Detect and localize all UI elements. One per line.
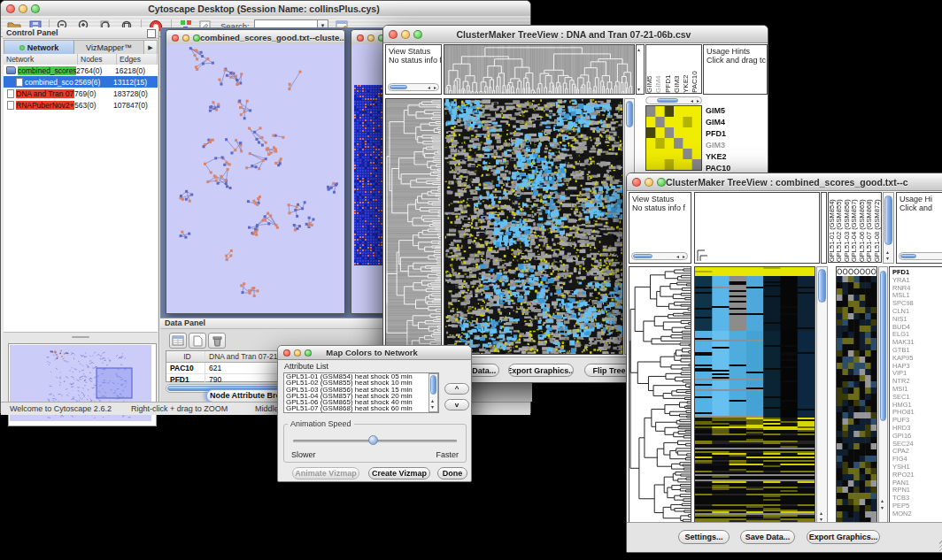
network-list-row[interactable]: RNAPuberNov2+I 563(0) 107847(0) [4, 99, 158, 111]
column-label[interactable]: GIM5 [646, 47, 655, 93]
scroll-down-icon[interactable]: ▾ [881, 505, 884, 510]
gene-label[interactable]: MON2 [892, 510, 942, 518]
column-label[interactable]: GPL51-03 (GSM856) [844, 194, 851, 262]
attribute-item[interactable]: GPL51-07 (GSM868) heat shock 60 min [284, 405, 438, 411]
cytoscape-titlebar[interactable]: Cytoscape Desktop (Session Name: collins… [1, 1, 530, 17]
column-dendrogram[interactable] [444, 45, 634, 94]
column-label[interactable]: PFD1 [665, 47, 674, 93]
scroll-up-icon[interactable]: ▴ [886, 249, 889, 255]
minimize-button[interactable] [294, 349, 301, 357]
zoom-button[interactable] [305, 349, 312, 357]
settings-button[interactable]: Settings... [678, 530, 730, 544]
zoom-button[interactable] [657, 178, 666, 187]
new-doc-icon[interactable] [189, 333, 206, 349]
gene-label[interactable]: PFD1 [706, 128, 768, 140]
heatmap-vscrollbar[interactable]: ▴ ▾ [816, 266, 828, 525]
slider-thumb[interactable] [368, 435, 378, 445]
minimize-button[interactable] [367, 35, 374, 42]
scroll-up-icon[interactable]: ▴ [820, 510, 822, 516]
scroll-up-icon[interactable]: ▴ [431, 398, 434, 403]
gene-label[interactable]: GIM5 [706, 105, 768, 117]
row-dendrogram[interactable] [629, 267, 691, 524]
minimize-button[interactable] [182, 35, 189, 42]
column-label[interactable]: GIM4 [655, 47, 664, 93]
minimize-button[interactable] [19, 4, 27, 13]
close-button[interactable] [632, 178, 641, 187]
scroll-right-icon[interactable]: ▸ [683, 254, 685, 259]
move-up-button[interactable]: ^ [444, 383, 469, 395]
zoom-matrix[interactable] [646, 106, 701, 170]
column-label[interactable]: GPL51-08 (GSM872) [874, 194, 881, 262]
close-button[interactable] [6, 4, 15, 13]
column-label[interactable]: GIM3 [674, 47, 683, 93]
close-button[interactable] [283, 349, 290, 357]
tab-network[interactable]: Network [4, 41, 74, 54]
panel-splitter[interactable] [4, 334, 158, 341]
network-view-canvas[interactable] [166, 44, 344, 313]
tab-overflow-arrow[interactable]: ▶ [143, 41, 157, 54]
scroll-left-icon[interactable]: ◂ [691, 98, 693, 104]
column-dendrogram[interactable] [695, 193, 819, 263]
window-controls [1, 4, 40, 13]
scroll-left-icon[interactable]: ◂ [676, 254, 679, 259]
gene-label[interactable]: YKE2 [706, 151, 768, 163]
scroll-right-icon[interactable]: ▸ [697, 98, 699, 104]
view-status-scrollbar[interactable]: ◂ ▸ [388, 83, 439, 91]
minimize-button[interactable] [645, 178, 653, 187]
close-button[interactable] [357, 35, 364, 42]
treeview2-titlebar[interactable]: ClusterMaker TreeView : combined_scores_… [627, 173, 942, 191]
close-button[interactable] [172, 35, 179, 42]
network-list-row[interactable]: DNA and Tran 07 769(0) 183728(0) [4, 88, 158, 99]
column-label[interactable]: PAC10 [691, 47, 700, 93]
column-label[interactable]: GPL51-06 (GSM865) [859, 194, 866, 262]
scroll-down-icon[interactable]: ▾ [886, 256, 889, 261]
create-vizmap-button[interactable]: Create Vizmap [368, 467, 430, 479]
column-label[interactable]: GPL51-07 (GSM868) [866, 194, 873, 262]
trash-icon[interactable] [208, 333, 226, 349]
network-list-row[interactable]: combined_scores 2764(0) 16218(0) [4, 65, 158, 76]
table-icon[interactable] [169, 333, 187, 349]
heatmap[interactable] [444, 99, 622, 354]
attribute-list-scrollbar[interactable]: ▴ ▾ [429, 373, 438, 412]
scroll-up-icon[interactable]: ▴ [881, 498, 884, 503]
zoom-button[interactable] [193, 35, 200, 42]
zoom-button[interactable] [413, 30, 422, 39]
view-status-scrollbar[interactable]: ◂ ▸ [631, 252, 688, 260]
export-graphics-button[interactable]: Export Graphics... [508, 364, 574, 377]
tab-vizmapper[interactable]: VizMapper™ [74, 41, 143, 54]
save-data-button[interactable]: Save Data... [740, 530, 795, 544]
float-panel-icon[interactable] [147, 29, 156, 38]
heatmap[interactable] [695, 267, 815, 524]
dialog-titlebar[interactable]: Map Colors to Network [278, 346, 471, 360]
row-dendrogram[interactable] [386, 99, 441, 354]
zoom-heatmap[interactable] [837, 267, 876, 524]
scroll-right-icon[interactable]: ▸ [434, 85, 436, 90]
zoom-button[interactable] [31, 4, 40, 13]
animation-speed-slider[interactable] [293, 440, 457, 442]
gene-list-vscrollbar[interactable]: ▴ ▾ [878, 266, 888, 525]
gene-label[interactable]: GIM4 [706, 117, 768, 128]
usage-hints-scrollbar[interactable] [899, 252, 942, 260]
close-button[interactable] [389, 30, 398, 39]
column-label[interactable]: GPL51-04 (GSM857) [851, 194, 858, 262]
animate-vizmap-button[interactable]: Animate Vizmap [292, 467, 359, 479]
export-graphics-button[interactable]: Export Graphics... [807, 530, 880, 544]
move-down-button[interactable]: v [444, 399, 469, 410]
column-dendrogram-panel [444, 44, 635, 95]
gene-label[interactable]: GIM3 [706, 140, 768, 151]
column-label[interactable]: YKE2 [683, 47, 691, 93]
treeview1-titlebar[interactable]: ClusterMaker TreeView : DNA and Tran 07-… [383, 26, 768, 43]
done-button[interactable]: Done [437, 467, 467, 479]
scroll-up-icon[interactable]: ▴ [637, 47, 640, 52]
network-list-row[interactable]: combined_sco 2569(6) 13112(15) [4, 76, 158, 88]
treeview1-title: ClusterMaker TreeView : DNA and Tran 07-… [422, 29, 725, 40]
scroll-left-icon[interactable]: ◂ [428, 85, 430, 90]
scroll-down-icon[interactable]: ▾ [637, 87, 640, 92]
matrix-hscrollbar[interactable]: ◂ ▸ [645, 96, 702, 104]
attribute-list: GPL51-01 (GSM854) heat shock 05 minGPL51… [283, 372, 439, 413]
labels-vscrollbar[interactable]: ▴ ▾ [883, 192, 894, 264]
scroll-down-icon[interactable]: ▾ [431, 404, 434, 410]
gene-list: PFD1YRA1RNR4MSL1SPC98CLN1NIS1BUD4ELG1MAK… [889, 266, 942, 525]
column-label[interactable]: GPL51-02 (GSM855) [836, 194, 843, 262]
minimize-button[interactable] [401, 30, 410, 39]
